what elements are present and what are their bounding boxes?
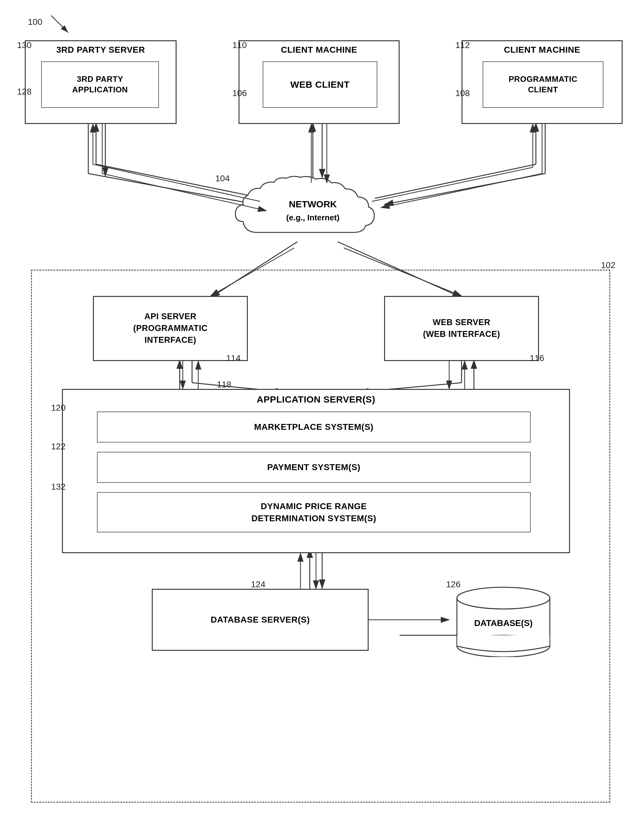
client-machine-1-label: CLIENT MACHINE [239,45,399,55]
web-server-label: WEB SERVER(WEB INTERFACE) [423,317,500,340]
ref-118: 118 [217,380,231,389]
app-servers-box: APPLICATION SERVER(S) MARKETPLACE SYSTEM… [62,389,570,553]
svg-line-10 [384,174,545,204]
ref-110: 110 [232,40,247,50]
svg-point-28 [457,587,550,609]
dynamic-price-box: DYNAMIC PRICE RANGEDETERMINATION SYSTEM(… [97,492,531,532]
ref-106: 106 [232,88,247,98]
api-server-label: API SERVER(PROGRAMMATICINTERFACE) [133,311,207,346]
ref-100: 100 [28,17,42,27]
ref-132: 132 [51,482,66,492]
marketplace-label: MARKETPLACE SYSTEM(S) [254,422,373,432]
database-svg: DATABASE(S) [449,583,557,657]
third-party-server-box: 3RD PARTY SERVER 3RD PARTYAPPLICATION [25,40,177,124]
ref-122: 122 [51,442,66,452]
svg-line-25 [51,16,68,32]
web-server-box: WEB SERVER(WEB INTERFACE) [384,296,539,361]
dynamic-price-label: DYNAMIC PRICE RANGEDETERMINATION SYSTEM(… [252,500,376,524]
payment-box: PAYMENT SYSTEM(S) [97,452,531,483]
payment-label: PAYMENT SYSTEM(S) [267,462,361,472]
diagram: 100 3RD PARTY SERVER 3RD PARTYAPPLICATIO… [0,0,644,833]
web-client-label: WEB CLIENT [290,79,350,90]
programmatic-client-box: PROGRAMMATICCLIENT [483,61,604,108]
ref-114: 114 [226,353,241,363]
ref-124: 124 [251,579,265,589]
svg-text:DATABASE(S): DATABASE(S) [474,618,533,628]
ref-130: 130 [17,40,32,50]
svg-line-41 [381,174,542,207]
ref-116: 116 [530,353,544,363]
web-client-box: WEB CLIENT [263,61,377,108]
ref-104: 104 [215,174,230,183]
ref-108: 108 [455,88,470,98]
programmatic-client-label: PROGRAMMATICCLIENT [509,74,577,95]
api-server-box: API SERVER(PROGRAMMATICINTERFACE) [93,296,248,361]
client-machine-2-box: CLIENT MACHINE PROGRAMMATICCLIENT [461,40,623,124]
ref-128: 128 [17,87,32,97]
client-machine-1-box: CLIENT MACHINE WEB CLIENT [239,40,400,124]
ref-112: 112 [455,40,470,50]
svg-rect-30 [457,635,549,647]
third-party-app-box: 3RD PARTYAPPLICATION [41,61,159,108]
ref-126: 126 [446,579,461,589]
third-party-server-label: 3RD PARTY SERVER [26,45,176,55]
database-cylinder: DATABASE(S) [449,583,557,657]
ref-100-arrow [48,12,73,37]
third-party-app-label: 3RD PARTYAPPLICATION [72,74,128,95]
network-cloud: NETWORK(e.g., Internet) [226,174,400,248]
database-server-box: DATABASE SERVER(S) [152,589,369,651]
app-servers-label: APPLICATION SERVER(S) [63,394,569,405]
ref-120: 120 [51,403,66,413]
marketplace-box: MARKETPLACE SYSTEM(S) [97,412,531,442]
client-machine-2-label: CLIENT MACHINE [463,45,622,55]
network-label: NETWORK(e.g., Internet) [286,198,339,224]
ref-102: 102 [601,260,615,270]
database-server-label: DATABASE SERVER(S) [210,615,310,625]
